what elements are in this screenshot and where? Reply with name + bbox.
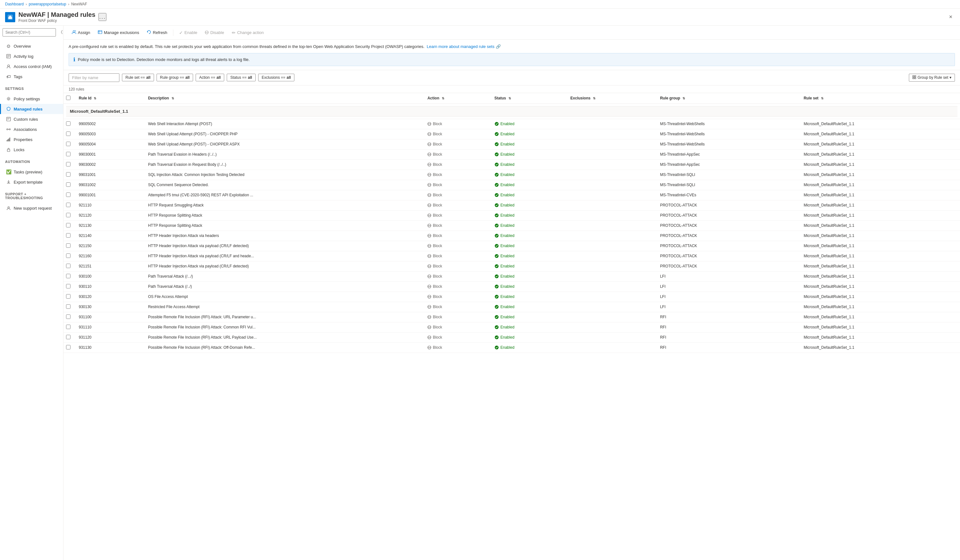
close-button[interactable]: ×: [946, 13, 955, 22]
sidebar-collapse-button[interactable]: 《: [57, 28, 64, 37]
row-checkbox-cell[interactable]: [64, 170, 75, 180]
row-checkbox[interactable]: [66, 172, 70, 177]
row-checkbox-cell[interactable]: [64, 332, 75, 342]
row-checkbox[interactable]: [66, 243, 70, 248]
header-more-button[interactable]: ...: [98, 13, 106, 21]
table-row: 99030002 Path Traversal Evasion in Reque…: [64, 160, 960, 170]
refresh-button[interactable]: Refresh: [144, 28, 171, 37]
enable-button[interactable]: ✓ Enable: [176, 29, 200, 37]
search-input[interactable]: [3, 28, 56, 37]
row-checkbox[interactable]: [66, 335, 70, 339]
row-checkbox[interactable]: [66, 253, 70, 258]
row-checkbox-cell[interactable]: [64, 160, 75, 170]
row-checkbox-cell[interactable]: [64, 282, 75, 291]
sidebar-item-policy-settings[interactable]: Policy settings: [0, 94, 63, 104]
row-checkbox[interactable]: [66, 223, 70, 227]
col-action[interactable]: Action ⇅: [424, 93, 491, 104]
row-checkbox[interactable]: [66, 264, 70, 268]
row-checkbox[interactable]: [66, 152, 70, 156]
enabled-icon: [494, 254, 499, 258]
row-checkbox[interactable]: [66, 284, 70, 288]
row-checkbox-cell[interactable]: [64, 291, 75, 302]
row-checkbox[interactable]: [66, 182, 70, 187]
row-checkbox-cell[interactable]: [64, 129, 75, 139]
row-checkbox[interactable]: [66, 345, 70, 349]
row-description: Web Shell Upload Attempt (POST) - CHOPPE…: [144, 139, 424, 149]
select-all-header[interactable]: [64, 93, 75, 104]
row-checkbox-cell[interactable]: [64, 230, 75, 241]
row-checkbox-cell[interactable]: [64, 342, 75, 353]
select-all-checkbox[interactable]: [66, 96, 70, 100]
sidebar-item-tags[interactable]: 🏷 Tags: [0, 72, 63, 82]
row-checkbox[interactable]: [66, 233, 70, 238]
disable-button[interactable]: Disable: [202, 29, 227, 37]
sidebar-item-properties[interactable]: Properties: [0, 134, 63, 144]
row-checkbox-cell[interactable]: [64, 180, 75, 190]
row-checkbox[interactable]: [66, 325, 70, 329]
sidebar-item-new-support[interactable]: New support request: [0, 203, 63, 213]
row-checkbox-cell[interactable]: [64, 241, 75, 251]
assign-button[interactable]: Assign: [69, 28, 93, 37]
row-checkbox-cell[interactable]: [64, 271, 75, 282]
col-rule-group[interactable]: Rule group ⇅: [656, 93, 800, 104]
row-checkbox[interactable]: [66, 213, 70, 217]
sidebar-item-custom-rules[interactable]: Custom rules: [0, 114, 63, 124]
row-checkbox[interactable]: [66, 192, 70, 197]
row-checkbox[interactable]: [66, 162, 70, 166]
filter-name-input[interactable]: [69, 74, 119, 82]
rule-set-filter[interactable]: Rule set == all: [122, 74, 154, 81]
svg-rect-22: [98, 30, 102, 34]
col-description[interactable]: Description ⇅: [144, 93, 424, 104]
sidebar-item-overview[interactable]: ⊙ Overview: [0, 41, 63, 51]
info-link[interactable]: Learn more about managed rule sets 🔗: [427, 44, 501, 49]
status-filter[interactable]: Status == all: [227, 74, 256, 81]
row-checkbox-cell[interactable]: [64, 139, 75, 149]
row-rule-set: Microsoft_DefaultRuleSet_1.1: [800, 200, 960, 210]
col-status[interactable]: Status ⇅: [491, 93, 566, 104]
sidebar-item-access-control[interactable]: Access control (IAM): [0, 61, 63, 72]
row-checkbox-cell[interactable]: [64, 119, 75, 129]
row-checkbox-cell[interactable]: [64, 251, 75, 261]
row-checkbox[interactable]: [66, 142, 70, 146]
manage-exclusions-button[interactable]: Manage exclusions: [94, 28, 142, 37]
col-rule-set[interactable]: Rule set ⇅: [800, 93, 960, 104]
row-action: Block: [424, 139, 491, 149]
enabled-icon: [494, 132, 499, 136]
row-checkbox-cell[interactable]: [64, 221, 75, 230]
rule-group-filter[interactable]: Rule group == all: [157, 74, 193, 81]
row-checkbox[interactable]: [66, 131, 70, 136]
breadcrumb-setup[interactable]: powerappsportalsetup: [29, 2, 66, 6]
sidebar-item-export-template[interactable]: Export template: [0, 177, 63, 187]
breadcrumb-dashboard[interactable]: Dashboard: [5, 2, 24, 6]
change-action-button[interactable]: ✏ Change action: [229, 29, 267, 37]
sidebar-item-managed-rules[interactable]: Managed rules: [0, 104, 63, 114]
row-checkbox-cell[interactable]: [64, 210, 75, 221]
action-filter[interactable]: Action == all: [196, 74, 224, 81]
sidebar-item-tasks[interactable]: ✅ Tasks (preview): [0, 167, 63, 177]
col-rule-id[interactable]: Rule Id ⇅: [75, 93, 144, 104]
row-checkbox[interactable]: [66, 203, 70, 207]
row-checkbox[interactable]: [66, 304, 70, 309]
block-icon: [427, 346, 431, 349]
exclusions-filter[interactable]: Exclusions == all: [258, 74, 294, 81]
row-checkbox[interactable]: [66, 314, 70, 319]
sidebar-item-activity-log[interactable]: Activity log: [0, 51, 63, 61]
row-checkbox-cell[interactable]: [64, 190, 75, 200]
enabled-icon: [494, 284, 499, 289]
row-checkbox-cell[interactable]: [64, 149, 75, 160]
row-rule-set: Microsoft_DefaultRuleSet_1.1: [800, 170, 960, 180]
sidebar-item-locks[interactable]: Locks: [0, 144, 63, 155]
svg-rect-16: [10, 138, 10, 141]
group-by-button[interactable]: Group by Rule set ▾: [909, 74, 955, 82]
row-checkbox-cell[interactable]: [64, 200, 75, 210]
row-checkbox-cell[interactable]: [64, 302, 75, 312]
col-exclusions[interactable]: Exclusions ⇅: [566, 93, 656, 104]
row-checkbox-cell[interactable]: [64, 261, 75, 271]
row-checkbox-cell[interactable]: [64, 312, 75, 322]
sidebar-item-associations[interactable]: Associations: [0, 124, 63, 134]
row-checkbox[interactable]: [66, 274, 70, 278]
row-checkbox[interactable]: [66, 294, 70, 299]
row-exclusions: [566, 251, 656, 261]
row-checkbox[interactable]: [66, 122, 70, 126]
row-checkbox-cell[interactable]: [64, 322, 75, 332]
